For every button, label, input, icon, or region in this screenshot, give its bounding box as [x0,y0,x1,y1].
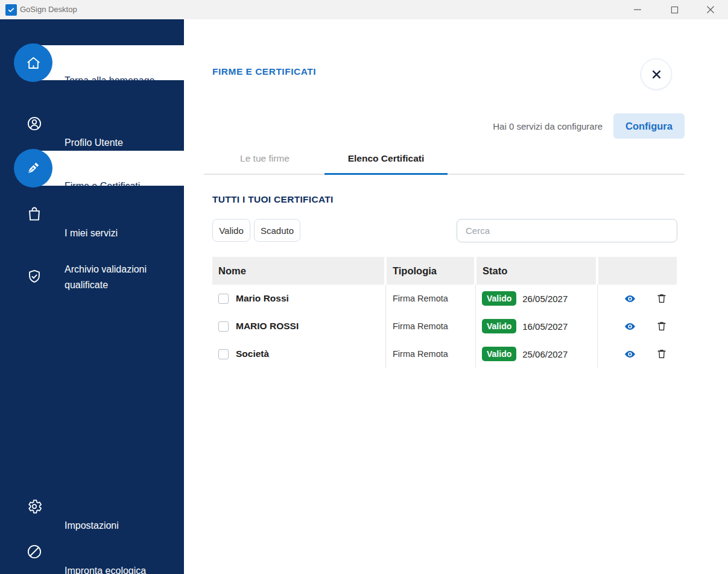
pen-nib-icon [25,160,41,176]
sidebar-item-label: Torna alla homepage [65,75,154,86]
certificate-name: Mario Rossi [236,293,289,304]
window-titlebar: GoSign Desktop [0,0,728,19]
table-row: Mario Rossi Firma Remota Valido 26/05/20… [212,285,677,312]
expiry-date: 25/06/2027 [522,349,568,359]
sidebar-item-label: Profilo Utente [65,135,176,151]
filter-valido-button[interactable]: Valido [212,219,250,242]
services-row: Hai 0 servizi da configurare Configura [493,113,685,139]
trash-icon [656,321,667,332]
status-badge: Valido [482,291,516,306]
column-separator [385,285,386,368]
maximize-icon [671,6,679,14]
delete-certificate-button[interactable] [656,348,668,360]
table-row: Società Firma Remota Valido 25/06/2027 [212,340,677,368]
expiry-date: 16/05/2027 [522,321,568,332]
delete-certificate-button[interactable] [656,320,668,332]
pen-icon-circle [14,149,52,188]
status-badge: Valido [482,319,516,333]
search-input[interactable] [457,219,677,242]
close-icon [652,70,661,79]
close-window-icon [706,5,715,14]
view-certificate-button[interactable] [624,348,636,360]
window-title: GoSign Desktop [20,0,77,19]
configura-button[interactable]: Configura [613,113,685,139]
certificate-name: MARIO ROSSI [236,321,299,332]
column-separator [597,285,598,368]
certificate-name: Società [236,348,269,359]
column-header-stato: Stato [476,257,596,285]
tab-le-tue-firme[interactable]: Le tue firme [236,151,294,166]
services-to-configure-text: Hai 0 servizi da configurare [493,121,603,131]
expiry-date: 26/05/2027 [522,294,568,304]
certificate-type: Firma Remota [387,340,474,368]
maximize-button[interactable] [662,0,686,19]
sidebar: Torna alla homepage Profilo Utente Firme… [0,19,184,574]
column-separator [475,285,476,368]
sidebar-item-label: Impronta ecologica [65,563,176,574]
table-row: MARIO ROSSI Firma Remota Valido 16/05/20… [212,312,677,340]
view-certificate-button[interactable] [624,292,636,304]
trash-icon [656,293,667,304]
user-circle-icon [26,115,43,132]
main-content: FIRME E CERTIFICATI Hai 0 servizi da con… [184,19,728,574]
view-certificate-button[interactable] [624,320,636,332]
home-icon [25,55,42,71]
page-title: FIRME E CERTIFICATI [212,66,316,77]
shield-check-icon [26,268,43,285]
status-badge: Valido [482,347,516,361]
trash-icon [656,348,667,359]
home-icon-circle [14,43,52,82]
column-header-tipologia: Tipologia [387,257,474,285]
app-logo-icon [5,4,17,16]
column-header-actions [598,257,677,285]
section-title: TUTTI I TUOI CERTIFICATI [212,194,334,205]
column-header-nome: Nome [212,257,384,285]
table-body: Mario Rossi Firma Remota Valido 26/05/20… [212,285,677,368]
certificate-type: Firma Remota [387,312,474,340]
tab-elenco-certificati[interactable]: Elenco Certificati [324,151,448,166]
row-checkbox[interactable] [218,321,229,332]
minimize-icon [633,5,642,14]
table-header: Nome Tipologia Stato [212,257,677,285]
close-window-button[interactable] [698,0,723,19]
row-checkbox[interactable] [218,349,229,359]
sidebar-item-label: I miei servizi [65,226,176,241]
leaf-icon [26,543,43,560]
filter-scaduto-button[interactable]: Scaduto [254,219,300,242]
sidebar-item-label: Archivio validazioni qualificate [65,262,176,293]
eye-icon [624,293,636,304]
eye-icon [624,321,636,332]
eye-icon [624,348,636,360]
sidebar-item-label: Firme e Certificati [65,181,140,192]
close-panel-button[interactable] [641,58,672,90]
delete-certificate-button[interactable] [656,292,668,304]
certificate-type: Firma Remota [387,285,474,312]
gear-icon [26,498,43,515]
sidebar-item-label: Impostazioni [65,518,176,534]
shopping-bag-icon [26,206,43,222]
certificates-table: Nome Tipologia Stato Mario Rossi Firma R… [212,257,677,368]
active-tab-underline [324,173,448,175]
minimize-button[interactable] [625,0,650,19]
row-checkbox[interactable] [218,294,229,304]
